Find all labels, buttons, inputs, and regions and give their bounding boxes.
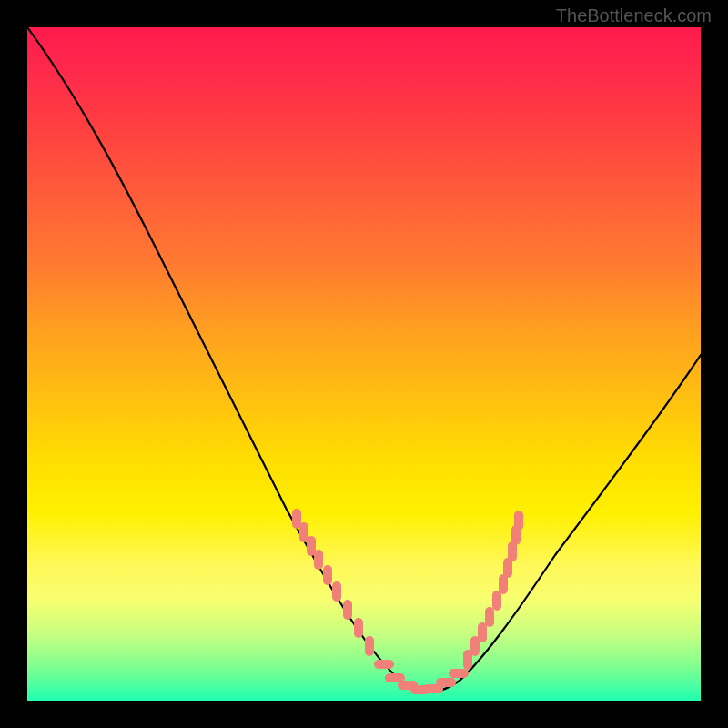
marker-left [354, 618, 363, 638]
marker-left [343, 600, 352, 620]
marker-bottom [374, 660, 394, 669]
watermark-text: TheBottleneck.com [556, 5, 712, 26]
marker-right [514, 511, 523, 531]
marker-bottom [436, 678, 456, 687]
marker-left [314, 550, 323, 570]
marker-layer [27, 27, 701, 701]
marker-right [485, 607, 494, 627]
marker-left [365, 636, 374, 656]
plot-area [27, 27, 701, 701]
marker-bottom [449, 669, 469, 678]
marker-left [323, 565, 332, 585]
marker-left [332, 581, 341, 602]
